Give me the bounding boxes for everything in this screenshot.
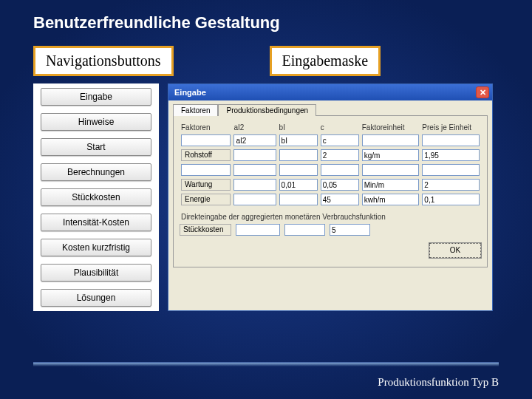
nav-kosten-kurzfristig-button[interactable]: Kosten kurzfristig [41, 239, 151, 256]
einheit-input[interactable] [362, 179, 420, 191]
nav-eingabe-button[interactable]: Eingabe [41, 88, 151, 106]
table-row [180, 133, 481, 148]
dialog-titlebar: Eingabe ✕ [168, 84, 492, 100]
tabs-row: Faktoren Produktionsbedingungen [168, 100, 492, 115]
preis-input[interactable] [422, 134, 480, 146]
tab-produktionsbedingungen[interactable]: Produktionsbedingungen [218, 104, 316, 116]
slide-title: Benutzerfreundliche Gestaltung [33, 13, 499, 33]
nav-loesungen-button[interactable]: Lösungen [41, 289, 151, 307]
footer-text: Produktionsfunktion Typ B [378, 376, 499, 389]
label-input-form: Eingabemaske [270, 46, 381, 76]
c-input[interactable] [321, 134, 359, 146]
header-c: c [319, 122, 361, 133]
wartung-label: Wartung [181, 179, 231, 191]
nav-start-button[interactable]: Start [41, 138, 151, 156]
c-input[interactable] [321, 194, 359, 205]
navigation-panel: Eingabe Hinweise Start Berechnungen Stüc… [33, 83, 159, 311]
rohstoff-label: Rohstoff [181, 149, 231, 161]
bI-input[interactable] [279, 164, 318, 176]
header-bI: bI [278, 122, 319, 133]
eingabe-dialog: Eingabe ✕ Faktoren Produktionsbedingunge… [168, 83, 493, 311]
aI2-input[interactable] [233, 179, 276, 191]
table-header-row: Faktoren aI2 bI c Faktoreinheit Preis je… [180, 122, 481, 133]
aI2-input[interactable] [233, 149, 276, 161]
dialog-title: Eingabe [174, 88, 206, 97]
bI-input[interactable] [279, 179, 318, 191]
bI-input[interactable] [279, 194, 318, 205]
einheit-input[interactable] [362, 194, 420, 205]
nav-intensitaet-button[interactable]: Intensität-Kosten [41, 214, 151, 231]
preis-input[interactable] [422, 179, 480, 191]
c-input[interactable] [321, 149, 359, 161]
bI-input[interactable] [279, 134, 318, 146]
einheit-input[interactable] [362, 134, 420, 146]
faktor-name-input[interactable] [181, 134, 231, 146]
direkteingabe-label: Direkteingabe der aggregierten monetären… [181, 213, 481, 221]
header-preis: Preis je Einheit [420, 122, 481, 133]
aI2-input[interactable] [233, 164, 276, 176]
tab-faktoren[interactable]: Faktoren [173, 104, 218, 116]
footer-divider [33, 362, 499, 366]
c-input[interactable] [321, 179, 359, 191]
c-input[interactable] [321, 164, 359, 176]
label-nav-buttons: Navigationsbuttons [33, 46, 174, 76]
stueckkosten-b-input[interactable] [284, 224, 325, 236]
energie-label: Energie [181, 194, 231, 205]
aI2-input[interactable] [233, 134, 276, 146]
einheit-input[interactable] [362, 164, 420, 176]
preis-input[interactable] [422, 194, 480, 205]
table-row: Rohstoff [180, 148, 481, 163]
header-einheit: Faktoreinheit [361, 122, 421, 133]
ok-button[interactable]: OK [429, 243, 481, 258]
nav-stueckkosten-button[interactable]: Stückkosten [41, 188, 151, 206]
table-row: Energie [180, 192, 481, 207]
faktoren-table: Faktoren aI2 bI c Faktoreinheit Preis je… [180, 122, 481, 207]
table-row: Wartung [180, 177, 481, 192]
tab-body: Faktoren aI2 bI c Faktoreinheit Preis je… [173, 115, 488, 267]
faktor-name-input[interactable] [181, 164, 231, 176]
header-aI2: aI2 [232, 122, 277, 133]
stueckkosten-c-input[interactable] [330, 224, 370, 236]
nav-berechnungen-button[interactable]: Berechnungen [41, 163, 151, 181]
einheit-input[interactable] [362, 149, 420, 161]
nav-plausibilitaet-button[interactable]: Plausibilität [41, 264, 151, 282]
preis-input[interactable] [422, 164, 480, 176]
stueckkosten-a-input[interactable] [236, 224, 280, 236]
header-faktoren: Faktoren [180, 122, 232, 133]
nav-hinweise-button[interactable]: Hinweise [41, 113, 151, 131]
aI2-input[interactable] [233, 194, 276, 205]
stueckkosten-label: Stückkosten [180, 224, 231, 236]
close-icon[interactable]: ✕ [476, 86, 489, 98]
table-row [180, 163, 481, 177]
preis-input[interactable] [422, 149, 480, 161]
bI-input[interactable] [279, 149, 318, 161]
